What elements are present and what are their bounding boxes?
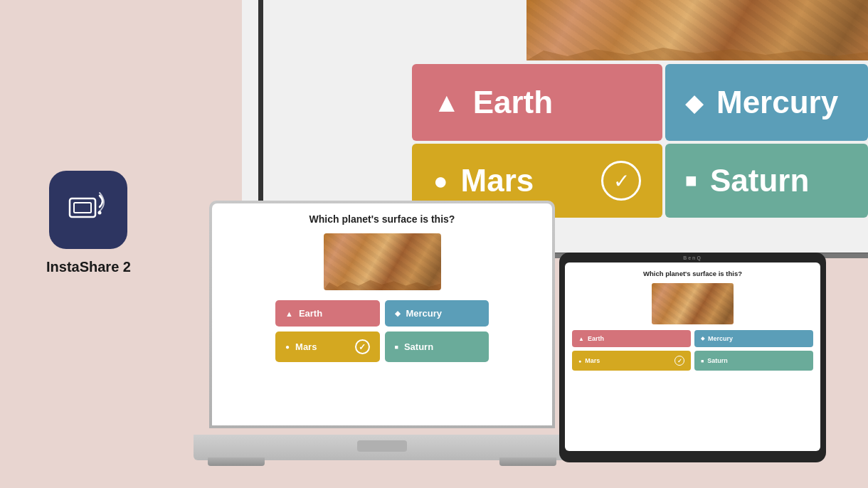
tablet-mercury-btn[interactable]: ◆ Mercury: [694, 330, 813, 347]
laptop-foot-left: [208, 457, 265, 466]
mars-icon-tablet: ●: [578, 359, 581, 364]
earth-label-laptop: Earth: [299, 308, 322, 319]
mars-check-laptop: ✓: [355, 339, 370, 354]
laptop-quiz-title: Which planet's surface is this?: [309, 213, 455, 225]
mars-icon-large: ●: [433, 167, 448, 195]
earth-icon-large: ▲: [433, 87, 460, 118]
tablet-earth-btn[interactable]: ▲ Earth: [572, 330, 691, 347]
tablet-quiz-title: Which planet's surface is this?: [572, 270, 813, 277]
app-icon-section: InstaShare 2: [46, 171, 131, 275]
saturn-label-large: Saturn: [710, 163, 809, 198]
earth-button-large[interactable]: ▲ Earth: [412, 64, 662, 141]
mars-icon-laptop: ●: [285, 343, 290, 351]
laptop-mars-btn[interactable]: ● Mars ✓: [275, 331, 380, 362]
mercury-icon-laptop: ◆: [395, 309, 401, 317]
laptop-foot-right: [499, 457, 556, 466]
instashare-icon: [64, 186, 112, 234]
benq-brand: BenQ: [565, 255, 820, 260]
tablet: BenQ Which planet's surface is this? ▲ E…: [559, 253, 826, 462]
mercury-icon-large: ◆: [685, 88, 704, 117]
answer-buttons-large: ▲ Earth ◆ Mercury ● Mars ✓ ■ Saturn: [412, 64, 868, 221]
tablet-saturn-btn[interactable]: ■ Saturn: [694, 351, 813, 371]
saturn-icon-large: ■: [685, 169, 697, 192]
svg-rect-1: [74, 203, 91, 213]
earth-icon-laptop: ▲: [285, 309, 293, 318]
mars-label-large: Mars: [461, 163, 534, 198]
tablet-buttons-grid: ▲ Earth ◆ Mercury ● Mars ✓ ■ Saturn: [572, 330, 813, 371]
mercury-label-laptop: Mercury: [406, 308, 443, 319]
tablet-body: BenQ Which planet's surface is this? ▲ E…: [559, 253, 826, 462]
saturn-button-large[interactable]: ■ Saturn: [665, 144, 868, 218]
svg-point-2: [98, 211, 102, 215]
saturn-label-laptop: Saturn: [404, 341, 433, 352]
laptop-screen-inner: Which planet's surface is this? ▲ Earth …: [212, 203, 552, 425]
tablet-screen: Which planet's surface is this? ▲ Earth …: [565, 262, 820, 451]
tablet-planet-image: [652, 283, 734, 324]
laptop-saturn-btn[interactable]: ■ Saturn: [385, 331, 489, 362]
saturn-label-tablet: Saturn: [707, 357, 728, 364]
laptop-screen-outer: Which planet's surface is this? ▲ Earth …: [209, 201, 555, 428]
laptop: Which planet's surface is this? ▲ Earth …: [194, 201, 571, 482]
laptop-base: [194, 435, 571, 460]
laptop-earth-btn[interactable]: ▲ Earth: [275, 300, 380, 327]
mars-check-tablet: ✓: [674, 356, 684, 366]
mercury-label-large: Mercury: [716, 85, 838, 120]
laptop-mercury-btn[interactable]: ◆ Mercury: [385, 300, 489, 327]
saturn-icon-laptop: ■: [395, 344, 398, 351]
earth-label-tablet: Earth: [588, 335, 604, 342]
laptop-planet-image: [324, 233, 441, 290]
laptop-buttons-grid: ▲ Earth ◆ Mercury ● Mars ✓ ■ Saturn: [275, 300, 489, 362]
mercury-button-large[interactable]: ◆ Mercury: [665, 64, 868, 141]
mercury-label-tablet: Mercury: [708, 335, 733, 342]
saturn-icon-tablet: ■: [701, 359, 704, 364]
app-icon[interactable]: [49, 171, 127, 249]
earth-label-large: Earth: [473, 85, 553, 120]
mercury-icon-tablet: ◆: [701, 336, 704, 341]
tablet-mars-btn[interactable]: ● Mars ✓: [572, 351, 691, 371]
mars-label-tablet: Mars: [585, 357, 600, 364]
planet-image-large: [526, 0, 868, 60]
app-name: InstaShare 2: [46, 259, 131, 275]
mars-check-large: ✓: [601, 161, 641, 201]
laptop-trackpad: [357, 440, 407, 452]
mars-label-laptop: Mars: [295, 341, 317, 352]
earth-icon-tablet: ▲: [578, 336, 584, 342]
